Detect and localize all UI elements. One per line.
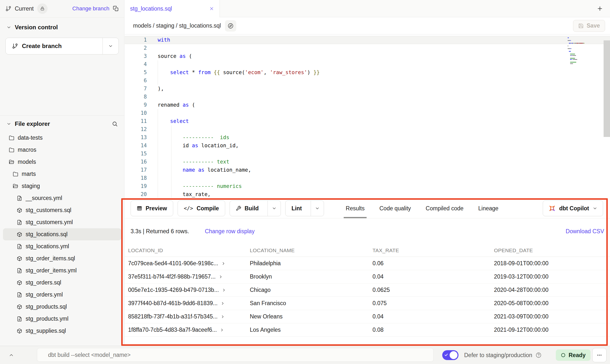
tab-results[interactable]: Results xyxy=(346,199,365,218)
close-icon[interactable] xyxy=(209,6,214,11)
expand-row-icon[interactable] xyxy=(222,288,226,292)
create-branch-dropdown[interactable] xyxy=(102,38,119,54)
file-explorer-item-stg-orders-sql[interactable]: stg_orders.sql xyxy=(3,277,121,289)
file-explorer-item-stg-order-items-sql[interactable]: stg_order_items.sql xyxy=(3,252,121,265)
table-row[interactable]: 37e5f311-b7f4-4f2f-988b-719657...Brookly… xyxy=(125,270,610,283)
code-line[interactable]: 19 ---------- numerics xyxy=(125,182,610,190)
defer-toggle[interactable] xyxy=(442,350,458,360)
dbt-copilot-button[interactable]: dbt Copilot xyxy=(543,200,603,216)
code-line[interactable]: 8 xyxy=(125,93,610,101)
code-line[interactable]: 6 xyxy=(125,77,610,85)
editor-toolbar: models / staging / stg_locations.sql Sav… xyxy=(125,17,610,34)
file-explorer-item-data-tests[interactable]: data-tests xyxy=(3,132,121,144)
expand-row-icon[interactable] xyxy=(219,275,223,279)
code-line[interactable]: 11 select xyxy=(125,117,610,125)
code-line[interactable]: 4 xyxy=(125,60,610,68)
build-main[interactable]: Build xyxy=(230,201,264,216)
table-row[interactable]: 858218fb-73f7-4b1b-a31f-57b345...New Orl… xyxy=(125,310,610,323)
code-line[interactable]: 7), xyxy=(125,85,610,93)
file-name: staging xyxy=(22,183,40,189)
code-line[interactable]: 2 xyxy=(125,44,610,52)
expand-row-icon[interactable] xyxy=(220,328,224,332)
change-branch-link[interactable]: Change branch xyxy=(72,5,109,12)
line-number: 9 xyxy=(125,101,152,109)
file-explorer-item--sources-yml[interactable]: __sources.yml xyxy=(3,192,121,204)
editor-scrollbar[interactable] xyxy=(604,40,610,137)
file-explorer-item-stg-supplies-sql[interactable]: stg_supplies.sql xyxy=(3,325,121,337)
file-explorer-item-models[interactable]: models xyxy=(3,156,121,168)
file-explorer-item-stg-orders-yml[interactable]: stg_orders.yml xyxy=(3,289,121,301)
expand-row-icon[interactable] xyxy=(220,314,225,319)
compile-button[interactable]: </> Compile xyxy=(178,200,225,216)
table-row[interactable]: 3977f440-b87d-461b-9dd6-81839...San Fran… xyxy=(125,297,610,310)
more-options-button[interactable] xyxy=(592,348,607,362)
code-line[interactable]: 15 xyxy=(125,150,610,158)
tab-compiled-code[interactable]: Compiled code xyxy=(426,199,463,218)
command-input[interactable]: dbt build --select <model_name> xyxy=(37,348,434,362)
code-line[interactable]: 20 tax_rate, xyxy=(125,190,610,199)
code-line[interactable]: 17 name as location_name, xyxy=(125,166,610,174)
create-branch-button[interactable]: Create branch xyxy=(5,38,119,54)
tab-lineage[interactable]: Lineage xyxy=(478,199,498,218)
change-row-display-link[interactable]: Change row display xyxy=(205,228,254,235)
search-icon[interactable] xyxy=(112,121,118,127)
code-line[interactable]: 1with xyxy=(125,36,610,44)
version-control-header[interactable]: Version control xyxy=(0,24,124,31)
download-csv-link[interactable]: Download CSV xyxy=(566,228,604,235)
build-dropdown[interactable] xyxy=(268,201,281,216)
expand-row-icon[interactable] xyxy=(221,261,226,266)
line-number: 13 xyxy=(125,133,152,142)
file-explorer-item-stg-locations-sql[interactable]: stg_locations.sql xyxy=(3,228,121,240)
copy-icon[interactable] xyxy=(113,6,119,12)
model-icon xyxy=(17,304,22,310)
lint-dropdown[interactable] xyxy=(311,201,324,216)
file-explorer-item-stg-locations-yml[interactable]: stg_locations.yml xyxy=(3,240,121,252)
code-editor[interactable]: 1with23source as (45 select * from {{ so… xyxy=(125,34,610,199)
build-button[interactable]: Build xyxy=(230,200,281,216)
lint-button[interactable]: Lint xyxy=(285,200,324,216)
folder-open-icon xyxy=(9,159,14,165)
expand-row-icon[interactable] xyxy=(220,301,225,306)
file-explorer-item-stg-order-items-yml[interactable]: stg_order_items.yml xyxy=(3,265,121,277)
help-circle-icon[interactable] xyxy=(536,352,542,358)
expand-command-bar-button[interactable] xyxy=(4,346,18,364)
file-icon xyxy=(17,196,22,201)
file-explorer-header[interactable]: File explorer xyxy=(0,120,124,127)
code-line[interactable]: 5 select * from {{ source('ecom', 'raw_s… xyxy=(125,68,610,77)
file-explorer-item-marts[interactable]: marts xyxy=(3,168,121,180)
code-line[interactable]: 12 xyxy=(125,125,610,133)
tab-code-quality[interactable]: Code quality xyxy=(379,199,411,218)
file-explorer-item-stg-products-sql[interactable]: stg_products.sql xyxy=(3,301,121,313)
file-explorer-item-stg-customers-sql[interactable]: stg_customers.sql xyxy=(3,204,121,216)
git-branch-icon xyxy=(12,43,18,49)
code-line[interactable]: 14 id as location_id, xyxy=(125,142,610,150)
navigate-lineage-button[interactable] xyxy=(225,20,236,32)
preview-button[interactable]: Preview xyxy=(131,200,173,216)
new-tab-button[interactable] xyxy=(593,0,607,17)
cell-tax-rate: 0.08 xyxy=(373,327,494,333)
file-icon xyxy=(17,268,22,273)
table-row[interactable]: 005e7e1c-1935-4269-b479-0713b...Chicago0… xyxy=(125,283,610,297)
file-explorer-item-stg-products-yml[interactable]: stg_products.yml xyxy=(3,313,121,325)
table-row[interactable]: 7c079cea-5ed4-4101-906e-9198c...Philadel… xyxy=(125,257,610,270)
code-line[interactable]: 10 xyxy=(125,109,610,117)
save-button[interactable]: Save xyxy=(573,20,605,32)
code-line[interactable]: 16 ---------- text xyxy=(125,158,610,166)
file-explorer-item-staging[interactable]: staging xyxy=(3,180,121,192)
file-explorer-item-stg-customers-yml[interactable]: stg_customers.yml xyxy=(3,216,121,228)
lint-main[interactable]: Lint xyxy=(286,201,307,216)
results-panel: Preview </> Compile Build Lint ResultsCo… xyxy=(125,199,610,346)
code-line[interactable]: 3source as ( xyxy=(125,52,610,60)
version-control-title: Version control xyxy=(15,24,58,31)
code-line[interactable]: 18 xyxy=(125,174,610,182)
code-line[interactable]: 9renamed as ( xyxy=(125,101,610,109)
status-badge[interactable]: Ready xyxy=(556,349,591,361)
code-line[interactable]: 13 ---------- ids xyxy=(125,133,610,142)
table-row[interactable]: 1f8ffa70-7cb5-4d83-8a7f-9aceef6...Los An… xyxy=(125,323,610,337)
file-explorer-item-macros[interactable]: macros xyxy=(3,144,121,156)
file-name: stg_supplies.sql xyxy=(26,328,66,334)
toggle-knob xyxy=(450,351,458,359)
create-branch-main[interactable]: Create branch xyxy=(6,38,102,54)
tab-stg-locations-sql[interactable]: stg_locations.sql xyxy=(125,0,220,17)
indent-guide xyxy=(158,60,158,85)
